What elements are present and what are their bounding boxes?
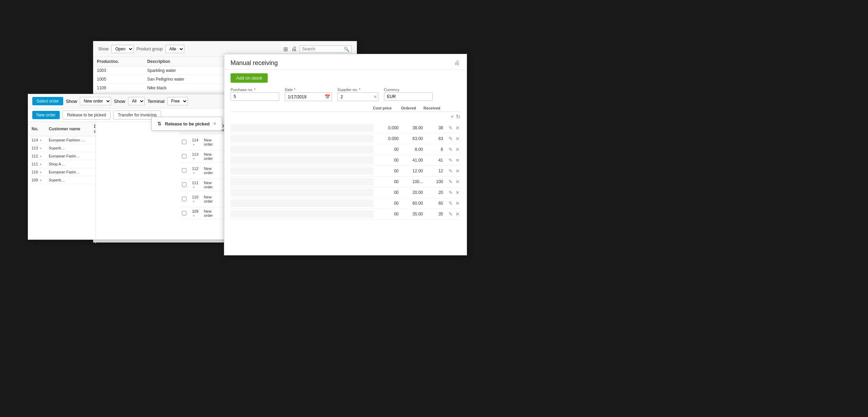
row-checkbox[interactable] — [182, 154, 186, 158]
delete-receiving-button[interactable]: ✕ — [455, 136, 460, 141]
cell-no: 114 ▾ — [189, 134, 201, 150]
list-item[interactable]: 110 ▾ European Fashi… — [28, 168, 96, 176]
delete-receiving-button[interactable]: ✕ — [455, 179, 460, 185]
edit-receiving-button[interactable]: ✎ — [448, 125, 453, 131]
orders-show-select[interactable]: New order — [80, 97, 111, 105]
cell-cost: 00 — [374, 147, 401, 152]
show-select[interactable]: Open — [111, 45, 134, 53]
edit-receiving-button[interactable]: ✎ — [448, 157, 453, 163]
expand-arrow: ▾ — [40, 179, 42, 182]
release-to-be-picked-button[interactable]: Release to be picked — [62, 111, 110, 120]
side-no: 113 ▾ — [28, 144, 45, 152]
receiving-row: 00 60.00 60 ✎ ✕ — [231, 198, 460, 209]
cell-description: San Pelligrino water — [144, 75, 220, 84]
receiving-table-header: Cost price Ordered Received — [231, 105, 460, 112]
terminal-label: Terminal — [148, 99, 165, 104]
delete-receiving-button[interactable]: ✕ — [455, 201, 460, 206]
row-checkbox[interactable] — [182, 140, 186, 144]
popup-close-button[interactable]: × — [213, 121, 216, 127]
cell-checkbox[interactable] — [179, 207, 189, 220]
cell-ordered: 60.00 — [401, 201, 426, 206]
date-input[interactable] — [285, 93, 323, 101]
side-del-date — [90, 160, 96, 168]
row-spacer — [231, 146, 374, 153]
cell-no: 110 ▾ — [189, 191, 201, 207]
purchase-no-input[interactable] — [231, 92, 279, 101]
cell-status: New order — [201, 163, 218, 179]
edit-receiving-button[interactable]: ✎ — [448, 211, 453, 217]
edit-receiving-button[interactable]: ✎ — [448, 147, 453, 152]
cell-received: 8 — [426, 147, 443, 152]
row-actions: ✎ ✕ — [443, 190, 460, 195]
row-checkbox[interactable] — [182, 168, 186, 173]
refresh-button[interactable]: ↻ — [456, 113, 460, 120]
cell-no: 111 ▾ — [189, 179, 201, 191]
side-customer: European Fashion Company — [45, 136, 90, 144]
row-spacer — [231, 156, 374, 164]
terminal-select[interactable]: Free — [167, 97, 188, 105]
delete-receiving-button[interactable]: ✕ — [455, 168, 460, 174]
side-customer: Superb… — [45, 176, 90, 184]
delete-receiving-button[interactable]: ✕ — [455, 157, 460, 163]
list-item[interactable]: 113 ▾ Superb… — [28, 144, 96, 152]
print-button[interactable]: 🖨 — [291, 45, 298, 53]
row-spacer — [231, 199, 374, 207]
list-item[interactable]: 109 ▾ Superb… — [28, 176, 96, 184]
product-group-label: Product group — [136, 47, 162, 51]
cell-status: New order — [201, 191, 218, 207]
cell-no: 109 ▾ — [189, 207, 201, 220]
row-spacer — [231, 167, 374, 175]
date-label: Date * — [285, 88, 332, 92]
cell-checkbox[interactable] — [179, 150, 189, 163]
add-on-stock-button[interactable]: Add on stock — [231, 73, 268, 83]
row-spacer — [231, 135, 374, 142]
delete-receiving-button[interactable]: ✕ — [455, 190, 460, 195]
expand-arrow: ▾ — [193, 186, 195, 189]
delete-receiving-button[interactable]: ✕ — [455, 147, 460, 152]
list-item[interactable]: 114 ▾ European Fashion Company — [28, 136, 96, 144]
edit-receiving-button[interactable]: ✎ — [448, 168, 453, 174]
delete-receiving-button[interactable]: ✕ — [455, 125, 460, 131]
cell-ordered: 35.00 — [401, 212, 426, 216]
row-checkbox[interactable] — [182, 211, 186, 215]
side-col-no: No. — [28, 122, 45, 136]
product-group-select[interactable]: Alle — [165, 45, 184, 53]
cell-checkbox[interactable] — [179, 134, 189, 150]
cell-checkbox[interactable] — [179, 163, 189, 179]
manual-print-button[interactable]: 🖨 — [453, 59, 460, 67]
row-actions: ✎ ✕ — [443, 125, 460, 131]
received-header: Received — [419, 106, 443, 110]
edit-receiving-button[interactable]: ✎ — [448, 190, 453, 195]
expand-arrow: ▾ — [193, 157, 195, 161]
new-order-button[interactable]: New order — [32, 111, 60, 119]
add-row-button[interactable]: + — [451, 113, 454, 120]
cell-received: 63 — [426, 136, 443, 141]
list-item[interactable]: 111 ▾ Shop A… — [28, 160, 96, 168]
orders-show2-select[interactable]: All — [128, 97, 145, 105]
row-checkbox[interactable] — [182, 197, 186, 201]
currency-input[interactable] — [384, 92, 433, 101]
side-no: 112 ▾ — [28, 152, 45, 160]
grid-view-button[interactable]: ⊞ — [283, 45, 289, 53]
select-order-button[interactable]: Select order — [32, 97, 63, 105]
delete-receiving-button[interactable]: ✕ — [455, 211, 460, 217]
row-spacer — [231, 124, 374, 132]
side-del-date — [90, 176, 96, 184]
cell-checkbox[interactable] — [179, 191, 189, 207]
edit-receiving-button[interactable]: ✎ — [448, 136, 453, 141]
supplier-no-input[interactable] — [338, 93, 373, 101]
list-item[interactable]: 112 ▾ European Fashi… — [28, 152, 96, 160]
products-search-input[interactable] — [302, 47, 344, 51]
cell-productno: 1003 — [93, 66, 144, 75]
side-no: 111 ▾ — [28, 160, 45, 168]
cell-received: 20 — [426, 190, 443, 195]
row-checkbox[interactable] — [182, 182, 186, 187]
row-actions: ✎ ✕ — [443, 201, 460, 206]
cell-ordered: 12.00 — [401, 169, 426, 173]
edit-receiving-button[interactable]: ✎ — [448, 201, 453, 206]
row-actions: ✎ ✕ — [443, 211, 460, 217]
edit-receiving-button[interactable]: ✎ — [448, 179, 453, 185]
expand-arrow: ▾ — [193, 200, 195, 203]
expand-arrow: ▾ — [193, 171, 195, 175]
cell-checkbox[interactable] — [179, 179, 189, 191]
